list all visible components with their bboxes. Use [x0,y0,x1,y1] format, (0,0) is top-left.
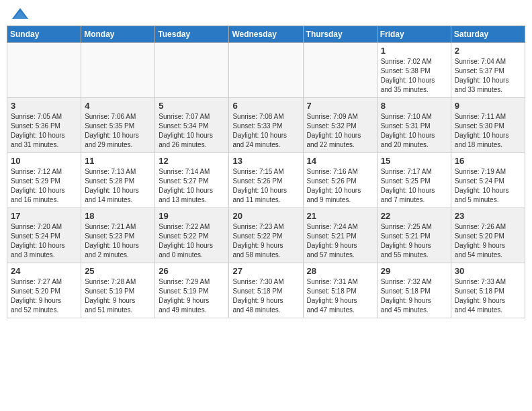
day-detail: Sunrise: 7:24 AM Sunset: 5:21 PM Dayligh… [307,222,373,260]
calendar-cell [81,43,155,98]
day-number: 11 [85,156,151,166]
calendar-cell: 29Sunrise: 7:32 AM Sunset: 5:18 PM Dayli… [377,263,451,318]
calendar-cell: 1Sunrise: 7:02 AM Sunset: 5:38 PM Daylig… [377,43,451,98]
calendar-cell [155,43,229,98]
day-number: 29 [381,266,447,276]
calendar-cell [229,43,303,98]
calendar-cell [7,43,81,98]
day-number: 17 [11,211,77,221]
calendar-cell: 2Sunrise: 7:04 AM Sunset: 5:37 PM Daylig… [451,43,525,98]
logo-icon [11,7,30,21]
calendar-cell: 9Sunrise: 7:11 AM Sunset: 5:30 PM Daylig… [451,98,525,153]
day-number: 15 [381,156,447,166]
calendar-cell: 24Sunrise: 7:27 AM Sunset: 5:20 PM Dayli… [7,263,81,318]
day-detail: Sunrise: 7:08 AM Sunset: 5:33 PM Dayligh… [232,112,299,150]
day-detail: Sunrise: 7:29 AM Sunset: 5:19 PM Dayligh… [159,277,225,315]
calendar-cell: 14Sunrise: 7:16 AM Sunset: 5:26 PM Dayli… [303,153,377,208]
day-number: 14 [307,156,373,166]
weekday-header-saturday: Saturday [451,26,525,43]
day-detail: Sunrise: 7:25 AM Sunset: 5:21 PM Dayligh… [381,222,447,260]
calendar-cell: 5Sunrise: 7:07 AM Sunset: 5:34 PM Daylig… [155,98,229,153]
day-number: 8 [381,101,447,111]
day-detail: Sunrise: 7:30 AM Sunset: 5:18 PM Dayligh… [232,277,299,315]
weekday-header-thursday: Thursday [303,26,377,43]
calendar-table: SundayMondayTuesdayWednesdayThursdayFrid… [7,26,525,318]
day-detail: Sunrise: 7:20 AM Sunset: 5:24 PM Dayligh… [11,222,77,260]
day-detail: Sunrise: 7:13 AM Sunset: 5:28 PM Dayligh… [85,167,151,205]
day-number: 22 [381,211,447,221]
day-detail: Sunrise: 7:21 AM Sunset: 5:23 PM Dayligh… [85,222,151,260]
day-number: 18 [85,211,151,221]
day-number: 30 [455,266,521,276]
calendar-cell: 26Sunrise: 7:29 AM Sunset: 5:19 PM Dayli… [155,263,229,318]
day-detail: Sunrise: 7:31 AM Sunset: 5:18 PM Dayligh… [307,277,373,315]
calendar-cell: 7Sunrise: 7:09 AM Sunset: 5:32 PM Daylig… [303,98,377,153]
calendar-cell: 19Sunrise: 7:22 AM Sunset: 5:22 PM Dayli… [155,208,229,263]
day-detail: Sunrise: 7:05 AM Sunset: 5:36 PM Dayligh… [11,112,77,150]
weekday-header-monday: Monday [81,26,155,43]
logo [11,7,32,21]
weekday-header-friday: Friday [377,26,451,43]
day-number: 26 [159,266,225,276]
day-detail: Sunrise: 7:23 AM Sunset: 5:22 PM Dayligh… [232,222,299,260]
day-number: 13 [232,156,299,166]
day-number: 3 [11,101,77,111]
day-number: 20 [232,211,299,221]
day-number: 16 [455,156,521,166]
calendar-cell: 13Sunrise: 7:15 AM Sunset: 5:26 PM Dayli… [229,153,303,208]
day-number: 9 [455,101,521,111]
day-detail: Sunrise: 7:12 AM Sunset: 5:29 PM Dayligh… [11,167,77,205]
day-detail: Sunrise: 7:32 AM Sunset: 5:18 PM Dayligh… [381,277,447,315]
day-number: 10 [11,156,77,166]
day-detail: Sunrise: 7:10 AM Sunset: 5:31 PM Dayligh… [381,112,447,150]
calendar-cell: 23Sunrise: 7:26 AM Sunset: 5:20 PM Dayli… [451,208,525,263]
day-number: 7 [307,101,373,111]
day-number: 4 [85,101,151,111]
calendar-cell: 17Sunrise: 7:20 AM Sunset: 5:24 PM Dayli… [7,208,81,263]
calendar-cell: 12Sunrise: 7:14 AM Sunset: 5:27 PM Dayli… [155,153,229,208]
day-number: 28 [307,266,373,276]
day-number: 12 [159,156,225,166]
day-number: 2 [455,46,521,56]
weekday-header-wednesday: Wednesday [229,26,303,43]
calendar-cell [303,43,377,98]
calendar-cell: 3Sunrise: 7:05 AM Sunset: 5:36 PM Daylig… [7,98,81,153]
day-detail: Sunrise: 7:04 AM Sunset: 5:37 PM Dayligh… [455,57,521,95]
day-detail: Sunrise: 7:19 AM Sunset: 5:24 PM Dayligh… [455,167,521,205]
calendar-cell: 22Sunrise: 7:25 AM Sunset: 5:21 PM Dayli… [377,208,451,263]
calendar-cell: 20Sunrise: 7:23 AM Sunset: 5:22 PM Dayli… [229,208,303,263]
page-header [0,0,532,26]
day-detail: Sunrise: 7:27 AM Sunset: 5:20 PM Dayligh… [11,277,77,315]
day-number: 21 [307,211,373,221]
weekday-header-tuesday: Tuesday [155,26,229,43]
day-detail: Sunrise: 7:16 AM Sunset: 5:26 PM Dayligh… [307,167,373,205]
day-detail: Sunrise: 7:22 AM Sunset: 5:22 PM Dayligh… [159,222,225,260]
day-detail: Sunrise: 7:14 AM Sunset: 5:27 PM Dayligh… [159,167,225,205]
calendar-cell: 15Sunrise: 7:17 AM Sunset: 5:25 PM Dayli… [377,153,451,208]
weekday-header-sunday: Sunday [7,26,81,43]
day-number: 25 [85,266,151,276]
calendar-cell: 8Sunrise: 7:10 AM Sunset: 5:31 PM Daylig… [377,98,451,153]
day-number: 1 [381,46,447,56]
day-detail: Sunrise: 7:17 AM Sunset: 5:25 PM Dayligh… [381,167,447,205]
day-number: 5 [159,101,225,111]
calendar-cell: 11Sunrise: 7:13 AM Sunset: 5:28 PM Dayli… [81,153,155,208]
calendar-cell: 16Sunrise: 7:19 AM Sunset: 5:24 PM Dayli… [451,153,525,208]
calendar-cell: 6Sunrise: 7:08 AM Sunset: 5:33 PM Daylig… [229,98,303,153]
day-number: 23 [455,211,521,221]
day-detail: Sunrise: 7:26 AM Sunset: 5:20 PM Dayligh… [455,222,521,260]
day-detail: Sunrise: 7:07 AM Sunset: 5:34 PM Dayligh… [159,112,225,150]
calendar-cell: 21Sunrise: 7:24 AM Sunset: 5:21 PM Dayli… [303,208,377,263]
day-number: 6 [232,101,299,111]
calendar-cell: 18Sunrise: 7:21 AM Sunset: 5:23 PM Dayli… [81,208,155,263]
day-detail: Sunrise: 7:33 AM Sunset: 5:18 PM Dayligh… [455,277,521,315]
day-detail: Sunrise: 7:09 AM Sunset: 5:32 PM Dayligh… [307,112,373,150]
day-number: 24 [11,266,77,276]
calendar-cell: 28Sunrise: 7:31 AM Sunset: 5:18 PM Dayli… [303,263,377,318]
day-detail: Sunrise: 7:06 AM Sunset: 5:35 PM Dayligh… [85,112,151,150]
calendar-cell: 27Sunrise: 7:30 AM Sunset: 5:18 PM Dayli… [229,263,303,318]
day-number: 19 [159,211,225,221]
calendar-cell: 25Sunrise: 7:28 AM Sunset: 5:19 PM Dayli… [81,263,155,318]
calendar-cell: 10Sunrise: 7:12 AM Sunset: 5:29 PM Dayli… [7,153,81,208]
day-number: 27 [232,266,299,276]
